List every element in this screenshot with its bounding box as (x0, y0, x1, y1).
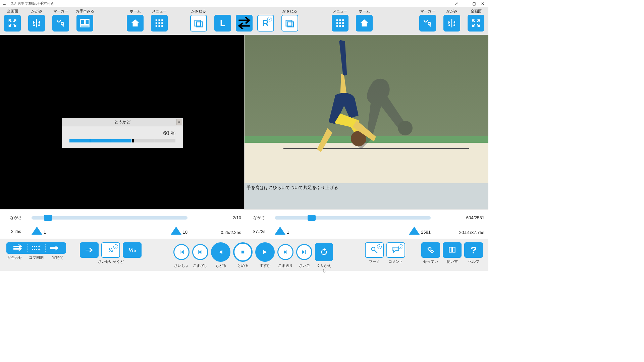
opacity-dialog-title: とうかど (114, 119, 130, 125)
expand-icon[interactable]: ⤢ (452, 1, 461, 6)
mirror-left-button[interactable]: かがみ (28, 9, 46, 32)
fit-group: 尺合わせ コマ同期 実時間 (5, 242, 67, 260)
fullscreen-icon (4, 15, 21, 32)
mirror-icon (443, 15, 460, 32)
side-indicator-right[interactable]: R✓ (257, 9, 275, 32)
range-end-left[interactable]: 10 (171, 227, 187, 235)
svg-rect-3 (85, 19, 89, 24)
mark-button[interactable]: ✓ (365, 242, 384, 258)
svg-rect-21 (336, 22, 338, 24)
range-start-left[interactable]: 1 (32, 227, 46, 235)
maximize-icon[interactable]: ▢ (470, 1, 478, 6)
opacity-dialog-close[interactable]: X (176, 119, 182, 125)
timeline-right: ながさ 604/2581 87.72s 1 2581 20.51/87.75s (247, 212, 484, 239)
settings-button[interactable] (421, 242, 440, 258)
frame-count-left: 2/10 (191, 215, 241, 220)
svg-point-41 (397, 249, 398, 249)
svg-rect-26 (342, 25, 344, 27)
help-button[interactable]: ? (464, 242, 483, 258)
svg-rect-22 (339, 22, 341, 24)
overlay-icon (190, 15, 207, 32)
frame-fwd-button[interactable] (277, 244, 293, 260)
hamburger-icon[interactable]: ≡ (1, 1, 7, 6)
last-button[interactable] (296, 244, 312, 260)
realtime-button[interactable] (45, 244, 63, 252)
mirror-icon (28, 15, 45, 32)
timelines: ながさ 2/10 2.25s 1 10 0.25/2.25s ながさ 604/2… (0, 209, 488, 239)
speed-half-button[interactable]: ½✓ (101, 242, 120, 258)
system-group: ? せってい 使い方 ヘルプ (421, 242, 483, 264)
time-pos-left: 0.25/2.25s (191, 229, 241, 235)
fullscreen-left-button[interactable]: 全画面 (3, 9, 21, 32)
swap-panes-button[interactable] (236, 15, 253, 32)
svg-point-42 (428, 247, 431, 250)
check-badge-icon: ✓ (377, 244, 382, 249)
minimize-icon[interactable]: — (461, 1, 470, 6)
close-icon[interactable]: ✕ (478, 1, 487, 6)
svg-rect-16 (286, 20, 292, 26)
svg-point-39 (394, 249, 395, 249)
stop-button[interactable] (233, 242, 253, 262)
guide-button[interactable] (443, 242, 462, 258)
time-pos-right: 20.51/87.75s (434, 229, 484, 235)
playback-group: さいしょ こま戻し もどる とめる すすむ こま送り さいご くりかえし (173, 242, 333, 273)
timeline-right-track[interactable] (275, 214, 431, 221)
speed-group: ½✓ ⅒ さいせいそくど (80, 242, 142, 264)
video-pane-right[interactable]: 手を肩はばにひらいてついて片足をふり上げる (244, 35, 488, 209)
sample-left-button[interactable]: お手本みる (76, 9, 94, 32)
window-title: 見ん者® 学校版お手本付き (10, 1, 54, 6)
svg-rect-4 (81, 25, 89, 27)
overlay-right-button[interactable]: かさねる (281, 9, 299, 32)
annotate-group: ✓ ✓ マーク コメント (365, 242, 405, 264)
svg-rect-8 (156, 22, 157, 24)
top-toolbar: 全画面 かがみ マーカー お手本みる ホーム メニュー かさねる (0, 7, 488, 35)
length-sec-left: 2.25s (4, 229, 28, 234)
svg-point-27 (448, 24, 450, 26)
menu-right-button[interactable]: メニュー (331, 9, 349, 32)
opacity-percent: 60 % (69, 130, 175, 136)
opacity-dialog: とうかど X 60 % (62, 118, 183, 148)
comment-button[interactable]: ✓ (386, 242, 405, 258)
frame-sync-button[interactable] (27, 244, 45, 252)
speed-label: さいせいそくど (98, 259, 124, 264)
video-pane-left[interactable]: とうかど X 60 % (0, 35, 244, 209)
home-left-button[interactable]: ホーム (126, 9, 144, 32)
svg-rect-10 (161, 22, 163, 24)
forward-button[interactable] (255, 242, 275, 262)
svg-point-43 (431, 250, 433, 253)
length-label-left: ながさ (4, 215, 28, 221)
svg-point-0 (33, 24, 35, 26)
svg-rect-23 (342, 22, 344, 24)
side-r-icon: R✓ (257, 15, 274, 32)
timeline-left: ながさ 2/10 2.25s 1 10 0.25/2.25s (4, 212, 241, 239)
overlay-left-button[interactable]: かさねる (190, 9, 208, 32)
opacity-slider[interactable] (69, 139, 175, 142)
side-indicator-left[interactable]: L (214, 9, 232, 32)
svg-point-40 (396, 249, 396, 249)
home-right-button[interactable]: ホーム (355, 9, 373, 32)
svg-rect-36 (36, 249, 37, 250)
back-button[interactable] (211, 242, 230, 262)
range-end-right[interactable]: 2581 (409, 227, 431, 235)
frame-count-right: 604/2581 (434, 215, 484, 220)
check-badge-icon: ✓ (267, 17, 272, 21)
timeline-left-track[interactable] (32, 214, 187, 221)
range-start-right[interactable]: 1 (275, 227, 289, 235)
fit-scale-button[interactable] (9, 244, 27, 252)
speed-tenth-button[interactable]: ⅒ (123, 242, 142, 258)
length-sec-right: 87.72s (247, 229, 271, 234)
mirror-right-button[interactable]: かがみ (443, 9, 461, 32)
svg-rect-5 (156, 19, 157, 21)
first-button[interactable] (173, 244, 190, 260)
marker-left-button[interactable]: マーカー (52, 9, 70, 32)
svg-rect-31 (32, 246, 33, 247)
repeat-button[interactable] (315, 243, 333, 261)
frame-back-button[interactable] (192, 244, 208, 260)
menu-left-button[interactable]: メニュー (150, 9, 168, 32)
marker-icon (419, 15, 436, 32)
fullscreen-right-button[interactable]: 全画面 (467, 9, 485, 32)
side-l-icon: L (214, 15, 231, 32)
marker-right-button[interactable]: マーカー (419, 9, 437, 32)
speed-play-button[interactable] (80, 242, 99, 258)
video-area: とうかど X 60 % (0, 35, 488, 209)
